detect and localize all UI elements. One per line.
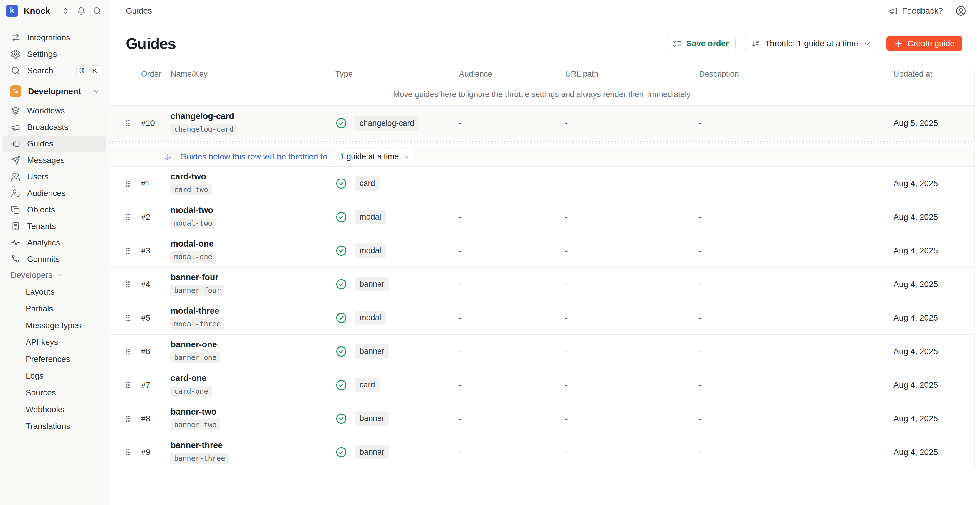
list-checks-icon	[673, 39, 682, 48]
sidebar-subitem[interactable]: Layouts	[18, 284, 109, 300]
drag-handle[interactable]	[123, 314, 141, 322]
guide-name[interactable]: banner-two	[170, 407, 216, 417]
sidebar-subitem[interactable]: Partials	[18, 300, 109, 317]
row-order: #10	[141, 118, 170, 128]
guide-name[interactable]: changelog-card	[170, 112, 234, 121]
row-audience: -	[459, 118, 565, 128]
guide-type-badge: changelog-card	[355, 116, 419, 131]
guide-name[interactable]: card-two	[170, 172, 206, 182]
workspace-switcher[interactable]: k Knock	[0, 0, 109, 22]
sidebar-item-label: Tenants	[27, 221, 56, 231]
search-icon[interactable]	[92, 6, 102, 16]
table-row[interactable]: #9 banner-three banner-three banner - - …	[109, 435, 974, 469]
commits-icon	[11, 254, 21, 264]
table-row[interactable]: #4 banner-four banner-four banner - - - …	[109, 268, 974, 301]
drag-handle[interactable]	[123, 414, 141, 423]
throttle-value-select[interactable]: 1 guide at a time	[334, 149, 415, 164]
bell-icon[interactable]	[76, 6, 86, 16]
row-order: #2	[141, 212, 170, 222]
integrations-icon	[11, 33, 21, 43]
drag-dots-icon	[123, 119, 132, 127]
sidebar-subitem[interactable]: Message types	[18, 317, 109, 334]
guide-type-badge: card	[355, 378, 380, 392]
row-audience: -	[459, 280, 565, 289]
drag-handle[interactable]	[123, 347, 141, 356]
sidebar-item-objects[interactable]: Objects	[3, 202, 106, 218]
sidebar-item-broadcasts[interactable]: Broadcasts	[3, 119, 106, 135]
guide-name[interactable]: banner-four	[170, 272, 218, 282]
throttle-divider-label: Guides below this row will be throttled …	[180, 152, 328, 161]
sidebar-subitem[interactable]: Logs	[18, 367, 109, 384]
row-description: -	[699, 414, 893, 424]
guide-name[interactable]: banner-three	[170, 440, 223, 450]
sidebar-subitem[interactable]: API keys	[18, 334, 109, 350]
guide-name[interactable]: modal-two	[170, 206, 213, 215]
drag-handle[interactable]	[123, 246, 141, 255]
row-description: -	[699, 448, 893, 457]
table-row[interactable]: #3 modal-one modal-one modal - - - Aug 4…	[109, 234, 974, 268]
sidebar-item-analytics[interactable]: Analytics	[3, 234, 106, 251]
updown-chevron-icon[interactable]	[60, 6, 70, 16]
sidebar-subitem[interactable]: Sources	[18, 384, 109, 401]
guide-name[interactable]: modal-three	[170, 306, 220, 316]
create-guide-button[interactable]: Create guide	[886, 36, 963, 51]
sidebar-item-audiences[interactable]: Audiences	[3, 185, 106, 202]
row-updated-at: Aug 4, 2025	[893, 179, 969, 188]
sidebar-subitem[interactable]: Webhooks	[18, 401, 109, 418]
drag-handle[interactable]	[123, 179, 141, 188]
table-row[interactable]: #6 banner-one banner-one banner - - - Au…	[109, 335, 974, 368]
sidebar-item-search[interactable]: Search ⌘ K	[3, 62, 106, 79]
guide-name[interactable]: card-one	[170, 373, 207, 383]
guide-type-badge: banner	[355, 344, 389, 358]
sidebar-subitem[interactable]: Preferences	[18, 350, 109, 367]
sidebar-item-settings[interactable]: Settings	[3, 46, 106, 62]
sort-descending-icon	[751, 39, 760, 48]
guide-key-badge: banner-one	[170, 352, 220, 363]
main-content: Guides Feedback? Guides Save order Throt…	[109, 0, 980, 505]
sidebar-item-messages[interactable]: Messages	[3, 152, 106, 169]
sidebar-item-users[interactable]: Users	[3, 169, 106, 185]
row-url-path: -	[565, 212, 699, 222]
drag-handle[interactable]	[123, 448, 141, 457]
row-order: #3	[141, 246, 170, 255]
guide-key-badge: modal-two	[170, 218, 216, 229]
drag-handle[interactable]	[123, 381, 141, 390]
table-row[interactable]: #10 changelog-card changelog-card change…	[109, 105, 974, 141]
row-url-path: -	[565, 414, 699, 424]
feedback-button[interactable]: Feedback?	[888, 6, 943, 16]
drag-handle[interactable]	[123, 280, 141, 289]
table-row[interactable]: #5 modal-three modal-three modal - - - A…	[109, 301, 974, 335]
throttle-dropdown-button[interactable]: Throttle: 1 guide at a time	[745, 36, 877, 51]
megaphone-icon	[11, 122, 21, 132]
sidebar-item-guides[interactable]: Guides	[3, 135, 106, 152]
sidebar-subitem[interactable]: Translations	[18, 418, 109, 435]
drag-handle[interactable]	[123, 119, 141, 127]
sidebar-item-workflows[interactable]: Workflows	[3, 102, 106, 119]
table-row[interactable]: #8 banner-two banner-two banner - - - Au…	[109, 402, 974, 435]
table-row[interactable]: #7 card-one card-one card - - - Aug 4, 2…	[109, 368, 974, 402]
breadcrumb[interactable]: Guides	[126, 6, 152, 16]
sidebar-item-integrations[interactable]: Integrations	[3, 29, 106, 46]
guide-name[interactable]: banner-one	[170, 340, 217, 349]
sidebar-item-tenants[interactable]: Tenants	[3, 218, 106, 234]
activity-icon	[11, 238, 21, 248]
sidebar-item-label: Audiences	[27, 188, 66, 198]
sidebar-item-label: Workflows	[27, 106, 65, 115]
table-row[interactable]: #2 modal-two modal-two modal - - - Aug 4…	[109, 200, 974, 234]
sort-descending-icon	[164, 152, 174, 162]
developers-section-toggle[interactable]: Developers	[0, 269, 109, 282]
user-menu-button[interactable]	[955, 5, 966, 16]
guide-type-badge: banner	[355, 411, 389, 426]
throttle-value-label: 1 guide at a time	[340, 152, 399, 161]
create-guide-label: Create guide	[908, 39, 955, 48]
sidebar-item-label: Broadcasts	[27, 123, 68, 132]
save-order-button[interactable]: Save order	[666, 36, 736, 51]
table-row[interactable]: #1 card-two card-two card - - - Aug 4, 2…	[109, 167, 974, 200]
guide-type-badge: card	[355, 176, 380, 191]
sidebar-item-commits[interactable]: Commits	[3, 251, 106, 268]
throttled-rows-section: #1 card-two card-two card - - - Aug 4, 2…	[109, 167, 974, 469]
guide-name[interactable]: modal-one	[170, 239, 214, 249]
environment-switcher[interactable]: Development	[3, 82, 106, 101]
drag-handle[interactable]	[123, 213, 141, 221]
guide-key-badge: modal-three	[170, 319, 224, 330]
